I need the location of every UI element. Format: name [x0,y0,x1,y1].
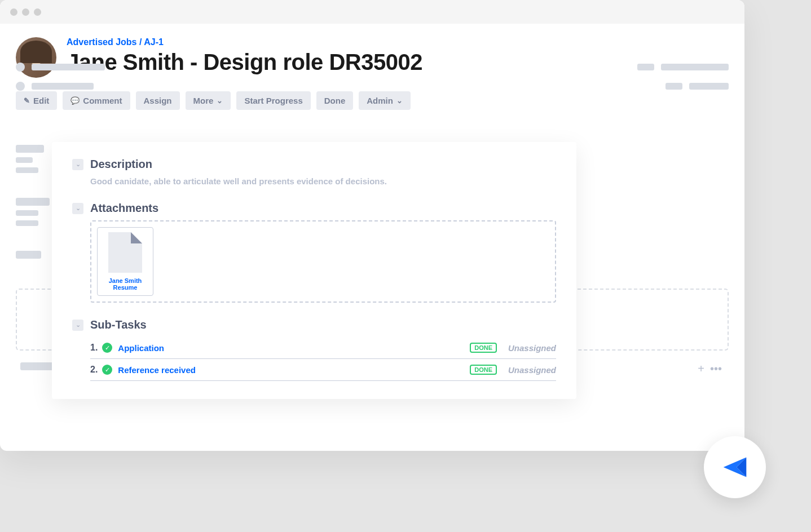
send-icon [719,451,751,484]
subtask-number: 2. [90,365,98,375]
description-text: Good canidate, able to articulate well a… [90,176,556,186]
subtask-number: 1. [90,343,98,353]
subtask-name[interactable]: Application [118,343,470,353]
status-badge: DONE [470,365,497,375]
collapse-toggle[interactable]: ⌄ [72,203,83,214]
check-circle-icon: ✓ [102,365,112,375]
more-dots-icon[interactable]: ••• [710,362,722,375]
plus-icon[interactable]: + [698,362,704,375]
window-control-maximize[interactable] [34,8,41,16]
add-actions: + ••• [698,362,722,375]
content-area: Advertised Jobs / AJ-1 Jane Smith - Desi… [0,24,744,135]
detail-card: ⌄ Description Good canidate, able to art… [52,142,576,399]
assignee-label: Unassigned [508,365,556,375]
titlebar [0,0,744,24]
subtask-name[interactable]: Reference received [118,365,470,375]
status-badge: DONE [470,343,497,353]
breadcrumb[interactable]: Advertised Jobs / AJ-1 [67,37,729,47]
subtask-row[interactable]: 2. ✓ Reference received DONE Unassigned [90,359,556,381]
subtask-row[interactable]: 1. ✓ Application DONE Unassigned [90,337,556,359]
description-section: ⌄ Description Good canidate, able to art… [72,158,556,186]
window-control-minimize[interactable] [22,8,29,16]
skeleton-background [16,145,50,259]
window: Advertised Jobs / AJ-1 Jane Smith - Desi… [0,0,744,451]
file-name: Jane Smith Resume [102,277,148,291]
skeleton-footer [16,63,729,101]
section-title-subtasks: Sub-Tasks [90,318,147,331]
check-circle-icon: ✓ [102,343,112,353]
attachment-file[interactable]: Jane Smith Resume [97,227,153,296]
file-icon [108,232,142,273]
subtasks-section: ⌄ Sub-Tasks 1. ✓ Application DONE Unassi… [72,318,556,381]
section-title-attachments: Attachments [90,202,158,215]
attachments-section: ⌄ Attachments Jane Smith Resume [72,202,556,303]
window-control-close[interactable] [10,8,17,16]
skeleton-bar [20,362,54,370]
collapse-toggle[interactable]: ⌄ [72,320,83,331]
fab-button[interactable] [704,436,766,498]
collapse-toggle[interactable]: ⌄ [72,159,83,170]
assignee-label: Unassigned [508,343,556,353]
section-title-description: Description [90,158,152,171]
attachment-dropzone[interactable]: Jane Smith Resume [90,220,556,303]
